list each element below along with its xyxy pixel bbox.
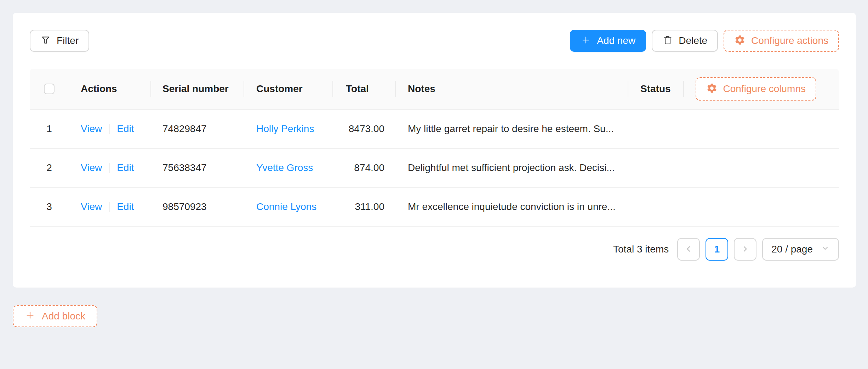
- toolbar: Filter Add new Dele: [30, 30, 839, 52]
- actions-divider: [109, 202, 110, 212]
- notes-cell: My little garret repair to desire he est…: [395, 110, 628, 148]
- table-row: 3 View Edit 98570923 Connie Lyons 311.00…: [30, 188, 839, 227]
- column-header-serial-number-label: Serial number: [162, 83, 229, 95]
- row-spacer-cell: [683, 110, 839, 148]
- total-value: 874.00: [354, 162, 384, 174]
- column-header-status-label: Status: [640, 83, 671, 95]
- column-header-configure: Configure columns: [683, 69, 839, 109]
- configure-actions-button-label: Configure actions: [751, 36, 828, 46]
- row-index: 3: [46, 201, 52, 212]
- table-header-row: Actions Serial number Customer Total Not…: [30, 69, 839, 110]
- total-cell: 874.00: [332, 149, 395, 187]
- column-header-customer: Customer: [244, 69, 332, 109]
- column-header-notes: Notes: [395, 69, 628, 109]
- customer-cell: Connie Lyons: [244, 188, 332, 226]
- view-link[interactable]: View: [81, 162, 102, 174]
- row-actions-cell: View Edit: [69, 188, 150, 226]
- row-index: 1: [46, 123, 52, 135]
- filter-icon: [40, 35, 51, 47]
- row-index: 2: [46, 162, 52, 174]
- serial-number-value: 74829847: [162, 123, 207, 135]
- chevron-down-icon: [821, 244, 830, 255]
- status-cell: [628, 110, 683, 148]
- trash-icon: [662, 35, 673, 47]
- view-link[interactable]: View: [81, 123, 102, 135]
- customer-cell: Holly Perkins: [244, 110, 332, 148]
- total-cell: 311.00: [332, 188, 395, 226]
- column-header-total-label: Total: [346, 83, 369, 95]
- row-spacer-cell: [683, 149, 839, 187]
- customer-link[interactable]: Yvette Gross: [256, 162, 313, 174]
- chevron-right-icon: [740, 244, 750, 255]
- column-header-notes-label: Notes: [408, 83, 435, 95]
- status-cell: [628, 149, 683, 187]
- column-header-total: Total: [332, 69, 395, 109]
- notes-value: Mr excellence inquietude conviction is i…: [408, 201, 616, 212]
- column-header-status: Status: [628, 69, 683, 109]
- total-cell: 8473.00: [332, 110, 395, 148]
- table-block-card: Filter Add new Dele: [13, 13, 856, 288]
- row-index-cell: 1: [30, 110, 69, 148]
- add-new-button-label: Add new: [597, 36, 635, 46]
- column-header-actions-label: Actions: [81, 83, 117, 95]
- serial-number-value: 75638347: [162, 162, 207, 174]
- add-new-button[interactable]: Add new: [570, 30, 646, 52]
- row-actions-cell: View Edit: [69, 110, 150, 148]
- column-header-actions: Actions: [69, 69, 150, 109]
- serial-number-cell: 75638347: [150, 149, 244, 187]
- serial-number-cell: 74829847: [150, 110, 244, 148]
- add-block-button-label: Add block: [42, 311, 85, 322]
- page-size-value: 20 / page: [771, 244, 813, 255]
- pagination-total: Total 3 items: [613, 244, 669, 255]
- filter-button-label: Filter: [57, 36, 79, 46]
- row-index-cell: 3: [30, 188, 69, 226]
- total-value: 311.00: [355, 201, 384, 212]
- filter-button[interactable]: Filter: [30, 30, 89, 52]
- notes-value: Delightful met sufficient projection ask…: [408, 162, 615, 174]
- status-cell: [628, 188, 683, 226]
- select-all-checkbox[interactable]: [44, 84, 55, 94]
- pagination: Total 3 items 1 20 / page: [30, 238, 839, 261]
- customer-link[interactable]: Connie Lyons: [256, 201, 316, 212]
- prev-page-button[interactable]: [677, 238, 700, 261]
- configure-columns-button-label: Configure columns: [723, 84, 806, 94]
- chevron-left-icon: [684, 244, 693, 255]
- actions-divider: [109, 124, 110, 134]
- toolbar-actions: Add new Delete Configu: [570, 30, 839, 52]
- view-link[interactable]: View: [81, 201, 102, 212]
- orders-table: Actions Serial number Customer Total Not…: [30, 69, 839, 227]
- notes-cell: Delightful met sufficient projection ask…: [395, 149, 628, 187]
- configure-columns-button[interactable]: Configure columns: [696, 77, 816, 101]
- row-index-cell: 2: [30, 149, 69, 187]
- gear-icon: [706, 83, 718, 96]
- total-value: 8473.00: [349, 123, 384, 135]
- table-row: 1 View Edit 74829847 Holly Perkins 8473.…: [30, 110, 839, 149]
- column-header-serial-number: Serial number: [150, 69, 244, 109]
- edit-link[interactable]: Edit: [117, 123, 134, 135]
- delete-button-label: Delete: [679, 36, 707, 46]
- customer-link[interactable]: Holly Perkins: [256, 123, 314, 135]
- table-row: 2 View Edit 75638347 Yvette Gross 874.00…: [30, 149, 839, 188]
- notes-cell: Mr excellence inquietude conviction is i…: [395, 188, 628, 226]
- next-page-button[interactable]: [734, 238, 756, 261]
- plus-icon: [581, 35, 591, 47]
- column-header-customer-label: Customer: [256, 83, 303, 95]
- serial-number-value: 98570923: [162, 201, 207, 212]
- page-size-select[interactable]: 20 / page: [762, 238, 839, 261]
- plus-icon: [25, 310, 35, 323]
- add-block-button[interactable]: Add block: [13, 305, 97, 327]
- gear-icon: [734, 34, 746, 47]
- customer-cell: Yvette Gross: [244, 149, 332, 187]
- serial-number-cell: 98570923: [150, 188, 244, 226]
- notes-value: My little garret repair to desire he est…: [408, 123, 614, 135]
- row-spacer-cell: [683, 188, 839, 226]
- edit-link[interactable]: Edit: [117, 201, 134, 212]
- actions-divider: [109, 163, 110, 173]
- delete-button[interactable]: Delete: [652, 30, 718, 52]
- row-actions-cell: View Edit: [69, 149, 150, 187]
- select-all-header-cell: [30, 69, 69, 109]
- configure-actions-button[interactable]: Configure actions: [724, 30, 839, 52]
- edit-link[interactable]: Edit: [117, 162, 134, 174]
- page-1-button[interactable]: 1: [706, 238, 728, 261]
